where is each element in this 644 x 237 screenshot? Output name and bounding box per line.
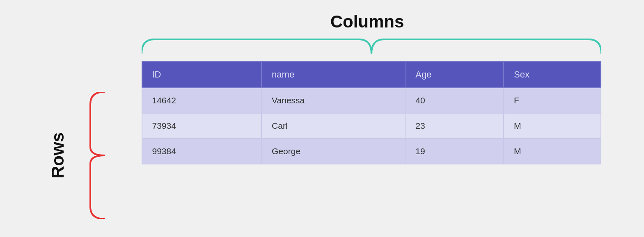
table-cell: M (504, 113, 601, 139)
table-cell: 14642 (142, 88, 262, 113)
data-table: ID name Age Sex 14642Vanessa40F73934Carl… (142, 61, 601, 164)
header-name: name (261, 62, 405, 88)
table-row: 99384George19M (142, 139, 601, 164)
columns-brace-icon (142, 37, 601, 58)
table-cell: M (504, 139, 601, 164)
table-cell: 40 (405, 88, 504, 113)
table-cell: George (261, 139, 405, 164)
table-row: 14642Vanessa40F (142, 88, 601, 113)
table-header-row: ID name Age Sex (142, 62, 601, 88)
rows-label-container: Rows (35, 94, 84, 217)
table-cell: 73934 (142, 113, 262, 139)
table-cell: 19 (405, 139, 504, 164)
header-age: Age (405, 62, 504, 88)
table-cell: Vanessa (261, 88, 405, 113)
table-cell: 23 (405, 113, 504, 139)
rows-brace-icon (88, 92, 109, 219)
diagram-container: Columns ID name Age Sex 14642Vanessa40F7… (35, 12, 610, 225)
table-cell: Carl (261, 113, 405, 139)
table-wrapper: ID name Age Sex 14642Vanessa40F73934Carl… (142, 61, 601, 164)
columns-label: Columns (125, 12, 610, 32)
table-cell: 99384 (142, 139, 262, 164)
table-row: 73934Carl23M (142, 113, 601, 139)
rows-label: Rows (48, 132, 68, 178)
header-sex: Sex (504, 62, 601, 88)
table-cell: F (504, 88, 601, 113)
header-id: ID (142, 62, 262, 88)
